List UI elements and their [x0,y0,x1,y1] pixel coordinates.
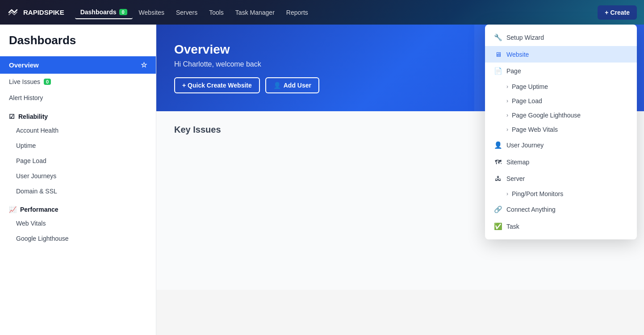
alert-history-label: Alert History [9,94,43,101]
sidebar: Dashboards Overview ☆ Live Issues 0 Aler… [0,25,156,335]
pin-icon: ☆ [141,61,147,69]
performance-section-header: 📈 Performance [0,199,156,216]
user-journey-icon: 👤 [494,141,502,149]
page-uptime-label: Page Uptime [512,83,548,90]
sidebar-item-live-issues[interactable]: Live Issues 0 [0,74,156,90]
page-label: Page [506,67,521,75]
dropdown-item-page-google-lighthouse[interactable]: › Page Google Lighthouse [485,108,637,122]
sidebar-item-domain-ssl[interactable]: Domain & SSL [0,184,156,199]
task-icon: ✅ [494,222,502,230]
user-journey-label: User Journey [506,142,544,149]
setup-wizard-label: Setup Wizard [506,34,544,41]
sidebar-item-account-health[interactable]: Account Health [0,123,156,138]
dropdown-item-page-web-vitals[interactable]: › Page Web Vitals [485,122,637,137]
page-title: Dashboards [0,34,156,56]
ping-port-label: Ping/Port Monitors [512,190,563,197]
task-label: Task [506,223,519,230]
dropdown-item-task[interactable]: ✅ Task [485,218,637,235]
reliability-check-icon: ☑ [9,113,15,120]
header: RAPIDSPIKE Dashboards 0 Websites Servers… [0,0,644,25]
logo-text: RAPIDSPIKE [23,8,64,16]
website-icon: 🖥 [494,50,502,58]
sidebar-item-page-load[interactable]: Page Load [0,153,156,168]
nav-websites[interactable]: Websites [134,6,170,19]
page-web-vitals-label: Page Web Vitals [512,126,558,133]
chevron-icon-page-load: › [506,98,508,104]
live-issues-label: Live Issues [9,78,40,85]
quick-create-website-button[interactable]: + Quick Create Website [174,77,260,93]
dashboards-badge: 0 [119,9,127,15]
website-label: Website [506,51,529,58]
dropdown-item-sitemap[interactable]: 🗺 Sitemap [485,154,637,170]
sidebar-item-overview[interactable]: Overview ☆ [0,56,156,74]
chevron-icon-lighthouse: › [506,112,508,118]
sidebar-item-uptime[interactable]: Uptime [0,138,156,153]
chevron-icon-web-vitals: › [506,126,508,133]
add-user-button[interactable]: 👤 Add User [265,77,319,93]
server-label: Server [506,175,525,182]
performance-chart-icon: 📈 [9,206,17,213]
dropdown-item-page-uptime[interactable]: › Page Uptime [485,80,637,94]
reliability-section-header: ☑ Reliability [0,106,156,123]
create-button[interactable]: + Create [598,5,637,20]
chevron-icon-ping-port: › [506,191,508,197]
nav-servers[interactable]: Servers [171,6,203,19]
page-google-lighthouse-label: Page Google Lighthouse [512,112,581,119]
sidebar-item-user-journeys[interactable]: User Journeys [0,168,156,184]
nav-reports[interactable]: Reports [281,6,314,19]
setup-wizard-icon: 🔧 [494,34,502,42]
page-load-label: Page Load [512,97,542,105]
logo[interactable]: RAPIDSPIKE [7,6,64,19]
sidebar-item-web-vitals[interactable]: Web Vitals [0,216,156,231]
nav-dashboards[interactable]: Dashboards 0 [75,6,133,19]
create-dropdown: 🔧 Setup Wizard 🖥 Website 📄 Page › Page U… [485,25,637,239]
main-nav: Dashboards 0 Websites Servers Tools Task… [75,6,314,19]
dropdown-item-server[interactable]: 🖧 Server [485,170,637,187]
reliability-section-label: Reliability [18,113,48,120]
sitemap-label: Sitemap [506,159,529,166]
chevron-icon-page-uptime: › [506,84,508,90]
sidebar-item-google-lighthouse[interactable]: Google Lighthouse [0,231,156,246]
sidebar-item-alert-history[interactable]: Alert History [0,90,156,106]
nav-tools[interactable]: Tools [204,6,229,19]
nav-task-manager[interactable]: Task Manager [230,6,280,19]
dropdown-item-user-journey[interactable]: 👤 User Journey [485,137,637,154]
connect-anything-label: Connect Anything [506,206,556,213]
dropdown-item-website[interactable]: 🖥 Website [485,46,637,63]
performance-section-label: Performance [20,206,59,213]
sitemap-icon: 🗺 [494,158,502,166]
page-icon: 📄 [494,67,502,75]
dropdown-item-page[interactable]: 📄 Page [485,63,637,80]
server-icon: 🖧 [494,175,502,182]
user-icon: 👤 [273,82,281,89]
connect-anything-icon: 🔗 [494,205,502,214]
dropdown-item-connect-anything[interactable]: 🔗 Connect Anything [485,201,637,218]
dropdown-item-ping-port[interactable]: › Ping/Port Monitors [485,187,637,201]
overview-label: Overview [9,61,39,69]
dropdown-item-setup-wizard[interactable]: 🔧 Setup Wizard [485,29,637,46]
live-issues-badge: 0 [44,79,51,85]
dropdown-item-page-load[interactable]: › Page Load [485,94,637,108]
